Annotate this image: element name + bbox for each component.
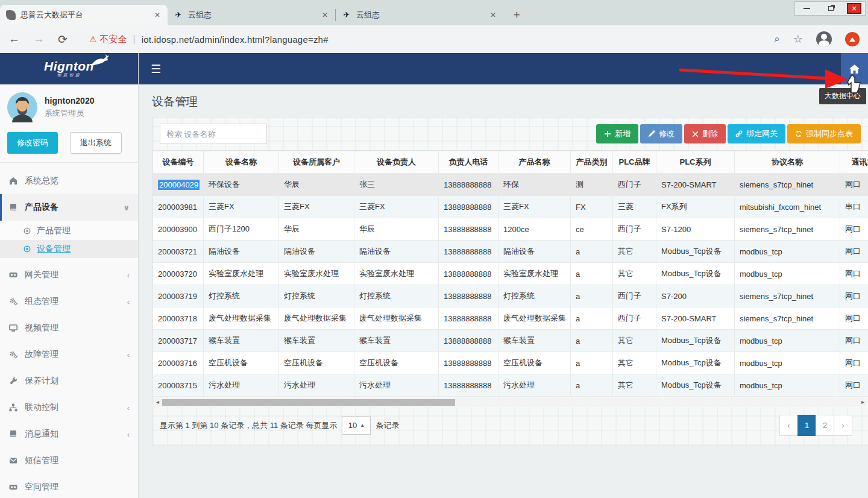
table-cell: FX系列 xyxy=(656,196,735,218)
sidebar-item-linkage-control[interactable]: 联动控制 ‹ xyxy=(0,394,138,421)
url-divider: | xyxy=(133,34,135,45)
new-tab-button[interactable]: ＋ xyxy=(508,6,525,23)
delete-button[interactable]: 删除 xyxy=(684,124,726,143)
sidebar-item-system-overview[interactable]: 系统总览 xyxy=(0,168,138,194)
sidebar-item-sms-management[interactable]: 短信管理 xyxy=(0,447,138,474)
browser-update-icon[interactable] xyxy=(845,32,860,46)
table-row[interactable]: 200003717猴车装置猴车装置猴车装置13888888888猴车装置a其它M… xyxy=(153,330,868,352)
sidebar-item-fault-management[interactable]: 故障管理 ‹ xyxy=(0,341,138,368)
sidebar-item-message-notification[interactable]: 消息通知 ‹ xyxy=(0,421,138,447)
table-cell: 13888888888 xyxy=(439,285,498,307)
url-text[interactable]: iot.idosp.net/admin/index.html?language=… xyxy=(142,34,329,45)
column-header[interactable]: 协议名称 xyxy=(735,151,840,174)
page-button[interactable]: › xyxy=(834,415,852,436)
column-header[interactable]: 通讯方式 xyxy=(840,151,868,174)
page-size-select[interactable]: 10 ▲ xyxy=(342,416,371,435)
edit-button[interactable]: 修改 xyxy=(640,124,682,143)
sidebar-item-device-management[interactable]: 设备管理 xyxy=(0,240,138,258)
table-cell: 张三 xyxy=(354,174,439,196)
table-row[interactable]: 200003719灯控系统灯控系统灯控系统13888888888灯控系统a西门子… xyxy=(153,285,868,307)
column-header[interactable]: 产品类别 xyxy=(571,151,613,174)
scroll-right-icon[interactable]: ▸ xyxy=(861,399,864,405)
sidebar-item-product-device[interactable]: 产品设备 ∨ xyxy=(0,194,138,221)
pagination: ‹12› xyxy=(780,415,852,436)
table-cell: 实验室废水处理 xyxy=(354,263,439,285)
column-header[interactable]: 设备名称 xyxy=(204,151,279,174)
bigdata-center-home-button[interactable] xyxy=(841,53,868,84)
force-sync-button[interactable]: 强制同步点表 xyxy=(787,124,861,143)
sidebar-toggle-icon[interactable]: ☰ xyxy=(151,62,161,76)
table-cell: 三菱FX xyxy=(204,196,279,218)
sync-icon xyxy=(795,130,802,137)
change-password-button[interactable]: 修改密码 xyxy=(7,132,58,154)
search-input[interactable] xyxy=(160,124,267,144)
sidebar-item-gateway-management[interactable]: 网关管理 ‹ xyxy=(0,262,138,288)
video-icon xyxy=(8,270,18,280)
forward-icon[interactable]: → xyxy=(33,33,45,46)
table-cell: 网口 xyxy=(840,285,868,307)
table-cell: 环保 xyxy=(498,174,571,196)
browser-tab[interactable]: ✈ 云组态 ✕ xyxy=(336,5,503,25)
column-header[interactable]: 设备负责人 xyxy=(354,151,439,174)
table-cell: 猴车装置 xyxy=(498,330,571,352)
column-header[interactable]: 负责人电话 xyxy=(439,151,498,174)
horizontal-scrollbar[interactable]: ◂ ▸ xyxy=(155,398,866,407)
add-button[interactable]: 新增 xyxy=(596,124,638,143)
tab-close-icon[interactable]: ✕ xyxy=(319,10,330,20)
sidebar-item-video-management[interactable]: 视频管理 xyxy=(0,315,138,341)
column-header[interactable]: PLC品牌 xyxy=(613,151,656,174)
monitor-icon xyxy=(8,323,18,333)
tab-close-icon[interactable]: ✕ xyxy=(152,10,163,20)
restore-button[interactable] xyxy=(823,3,838,14)
chevron-left-icon: ‹ xyxy=(127,430,130,439)
browser-profile-avatar[interactable] xyxy=(816,31,832,47)
bind-gateway-button[interactable]: 绑定网关 xyxy=(728,124,785,143)
close-button[interactable]: ✕ xyxy=(847,3,861,14)
bookmark-star-icon[interactable]: ☆ xyxy=(793,33,803,46)
table-cell: FX xyxy=(571,196,613,218)
page-button-active[interactable]: 1 xyxy=(797,415,816,436)
sidebar-item-configuration-management[interactable]: 组态管理 ‹ xyxy=(0,288,138,315)
logout-button[interactable]: 退出系统 xyxy=(70,132,122,154)
browser-tab[interactable]: ✈ 云组态 ✕ xyxy=(168,5,335,25)
table-row[interactable]: 200003721隔油设备隔油设备隔油设备13888888888隔油设备a其它M… xyxy=(153,241,868,263)
table-cell: 隔油设备 xyxy=(354,241,439,263)
table-cell: a xyxy=(571,330,613,352)
scroll-left-icon[interactable]: ◂ xyxy=(156,399,159,405)
column-header[interactable]: 产品名称 xyxy=(498,151,571,174)
zoom-out-icon[interactable]: ⌕ xyxy=(774,33,780,45)
sidebar-item-maintenance-plan[interactable]: 保养计划 xyxy=(0,368,138,394)
table-cell: 污水处理 xyxy=(279,374,354,397)
back-icon[interactable]: ← xyxy=(8,33,20,46)
sidebar-item-product-management[interactable]: 产品管理 xyxy=(0,222,138,240)
table-row[interactable]: 200003715污水处理污水处理污水处理13888888888污水处理a其它M… xyxy=(153,374,868,397)
page-button[interactable]: ‹ xyxy=(779,415,798,436)
table-row[interactable]: 200004029环保设备华辰张三13888888888环保测西门子S7-200… xyxy=(153,174,868,196)
table-row[interactable]: 200003900西门子1200华辰华辰138888888881200cece西… xyxy=(153,218,868,241)
table-cell: 实验室废水处理 xyxy=(279,263,354,285)
table-cell: 网口 xyxy=(840,174,868,196)
scrollbar-thumb[interactable] xyxy=(162,399,455,406)
chevron-left-icon: ‹ xyxy=(127,271,130,280)
column-header[interactable]: 设备所属客户 xyxy=(279,151,354,174)
table-cell: modbus_tcp xyxy=(735,263,840,285)
table-row[interactable]: 200003716空压机设备空压机设备空压机设备13888888888空压机设备… xyxy=(153,352,868,374)
table-cell: 西门子 xyxy=(613,218,656,241)
envelope-icon xyxy=(8,456,18,465)
page-button[interactable]: 2 xyxy=(816,415,834,436)
table-cell: 猴车装置 xyxy=(204,330,279,352)
column-header[interactable]: 设备编号 xyxy=(153,151,204,174)
sidebar-item-space-management[interactable]: 空间管理 xyxy=(0,474,138,498)
table-cell: 网口 xyxy=(840,263,868,285)
table-row[interactable]: 200003718废气处理数据采集废气处理数据采集废气处理数据采集1388888… xyxy=(153,307,868,330)
table-row[interactable]: 200003981三菱FX三菱FX三菱FX13888888888三菱FXFX三菱… xyxy=(153,196,868,218)
column-header[interactable]: PLC系列 xyxy=(656,151,735,174)
home-icon xyxy=(8,176,18,186)
refresh-icon[interactable]: ⟳ xyxy=(58,33,68,46)
security-indicator[interactable]: ⚠ 不安全 xyxy=(89,34,127,45)
browser-tab-active[interactable]: 思普云大数据平台 ✕ xyxy=(0,5,168,25)
minimize-button[interactable] xyxy=(799,3,814,14)
tab-close-icon[interactable]: ✕ xyxy=(488,10,498,20)
table-cell: 西门子 xyxy=(613,174,656,196)
table-row[interactable]: 200003720实验室废水处理实验室废水处理实验室废水处理1388888888… xyxy=(153,263,868,285)
